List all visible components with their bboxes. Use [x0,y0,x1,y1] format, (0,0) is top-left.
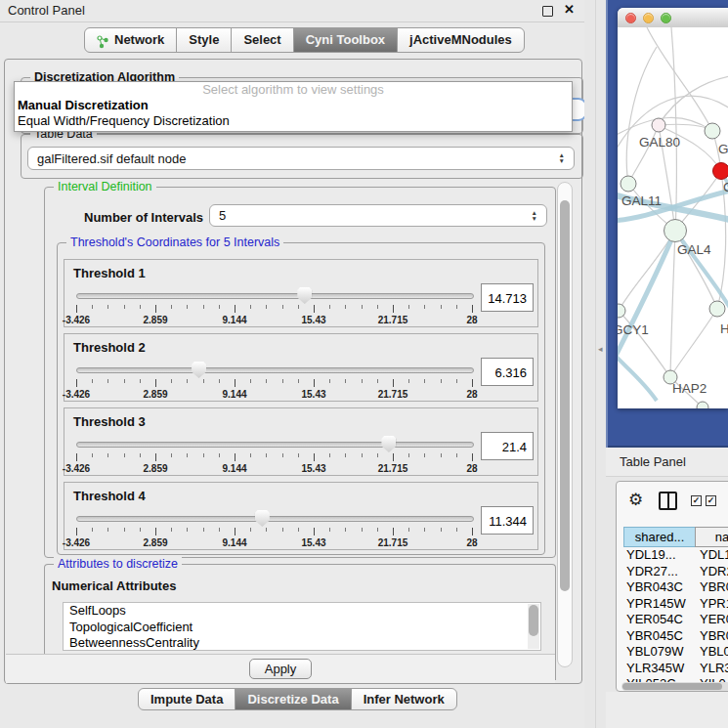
gear-icon[interactable]: ⚙ [628,490,643,510]
network-icon [97,33,109,47]
threshold-value-field[interactable]: 11.344 [481,506,534,535]
table-panel-title: Table Panel [620,454,686,469]
scrollbar-thumb[interactable] [622,683,722,690]
network-canvas[interactable]: GAL80GAGAL11CGAL4GCY1HHAP2 [618,27,728,408]
slider-thumb-icon[interactable] [255,510,270,527]
tab-discretize-data[interactable]: Discretize Data [235,688,351,710]
minimize-window-button[interactable] [643,13,654,23]
network-node[interactable] [713,163,728,180]
node-label: C [723,180,728,194]
network-node[interactable] [621,176,636,192]
table-row[interactable]: YPR145WYPR1 [623,596,728,613]
threshold-slider[interactable]: -3.4262.8599.14415.4321.71528 [76,510,472,547]
table-row[interactable]: YDL19...YDL1 [623,547,728,564]
tab-impute-data[interactable]: Impute Data [138,688,236,710]
table-row[interactable]: YDR27...YDR2 [623,564,728,580]
tab-cyni-toolbox[interactable]: Cyni Toolbox [293,27,398,53]
slider-tick-labels: -3.4262.8599.14415.4321.71528 [76,537,472,548]
node-label: HAP2 [672,381,707,396]
list-item[interactable]: BetweennessCentrality [64,635,540,651]
panel-title: Control Panel [8,3,85,18]
threshold-slider[interactable]: -3.4262.8599.14415.4321.71528 [76,362,472,399]
threshold-slider[interactable]: -3.4262.8599.14415.4321.71528 [76,287,472,324]
vertical-scrollbar[interactable] [557,182,573,667]
checkbox-icon[interactable]: ✓ [706,495,716,506]
table-row[interactable]: YER054CYER0 [623,612,728,628]
threshold-panel: Threshold 1 -3.4262.8599.14415.4321.7152… [64,259,538,327]
zoom-window-button[interactable] [661,13,671,23]
horizontal-scrollbar[interactable] [621,682,728,691]
top-tab-bar: Network Style Select Cyni Toolbox jActiv… [84,27,525,53]
slider-thumb-icon[interactable] [192,362,206,378]
threshold-label: Threshold 4 [73,489,146,503]
checkbox-icon[interactable]: ✓ [691,495,702,506]
slider-tick-labels: -3.4262.8599.14415.4321.71528 [76,389,472,400]
slider-track[interactable] [76,516,474,522]
dropdown-option-equal-width[interactable]: Equal Width/Frequency Discretization [15,113,572,129]
slider-track[interactable] [76,442,474,448]
table-toolbar: ⚙ ✓ ✓ [617,482,728,523]
group-title: Attributes to discretize [54,557,182,571]
threshold-coordinates-group: Threshold's Coordinates for 5 Intervals … [57,242,545,555]
slider-track[interactable] [76,367,474,373]
application-window: Control Panel ✕ Network Style Select [0,0,728,728]
list-item[interactable]: SelfLoops [64,603,540,620]
network-node[interactable] [664,220,687,242]
list-item[interactable]: TopologicalCoefficient [64,620,540,636]
group-title: Interval Definition [54,180,156,193]
tab-jactivemnodules[interactable]: jActiveMNodules [397,27,525,53]
table-panel-header: Table Panel [606,448,728,477]
tab-infer-network[interactable]: Infer Network [351,688,457,710]
network-node[interactable] [697,402,708,408]
threshold-value-field[interactable]: 6.316 [481,358,534,386]
slider-thumb-icon[interactable] [297,287,312,304]
column-header-name[interactable]: name [695,527,728,547]
table-row[interactable]: YBR043CYBR0 [623,579,728,596]
list-scrollbar[interactable] [528,604,539,649]
table-row[interactable]: YBL079WYBL0 [623,644,728,661]
tab-select[interactable]: Select [231,27,293,53]
threshold-label: Threshold 2 [73,340,146,355]
node-label: GA [718,142,728,156]
splitter-divider[interactable] [595,0,596,728]
threshold-label: Threshold 1 [73,266,146,280]
close-window-button[interactable] [625,13,636,23]
slider-thumb-icon[interactable] [381,436,396,452]
table-data-combobox[interactable]: galFiltered.sif default node ▲▼ [27,147,575,170]
numerical-attributes-list[interactable]: SelfLoops TopologicalCoefficient Between… [63,602,541,651]
tab-style[interactable]: Style [176,27,232,53]
apply-bar: Apply [6,654,555,683]
apply-button[interactable]: Apply [249,659,312,679]
network-node[interactable] [652,118,665,132]
control-panel-titlebar: Control Panel ✕ [0,0,584,22]
table-row[interactable]: YBR045CYBR0 [623,628,728,645]
splitter-handle-icon[interactable]: ◂ [598,344,603,354]
column-header-shared[interactable]: shared... [623,527,696,547]
table-header-row: shared... name [623,527,728,547]
algorithm-dropdown-popup: Select algorithm to view settings Manual… [14,81,573,132]
threshold-slider[interactable]: -3.4262.8599.14415.4321.71528 [76,436,472,473]
chevron-updown-icon: ▲▼ [559,152,565,163]
number-of-intervals-combobox[interactable]: 5 ▲▼ [209,204,547,227]
float-window-icon[interactable] [542,6,553,17]
table-row[interactable]: YLR345WYLR3 [623,661,728,677]
network-node[interactable] [705,123,720,139]
slider-track[interactable] [76,293,474,299]
columns-icon[interactable] [659,492,677,510]
tab-network[interactable]: Network [84,27,177,53]
slider-tick-labels: -3.4262.8599.14415.4321.71528 [76,463,472,474]
network-node[interactable] [618,304,625,318]
chevron-updown-icon: ▲▼ [532,210,537,221]
bottom-tab-bar: Impute Data Discretize Data Infer Networ… [138,688,457,710]
node-label: H [720,321,728,336]
node-label: GAL11 [621,193,662,208]
network-window: GAL80GAGAL11CGAL4GCY1HHAP2 [606,0,728,448]
slider-ticks [76,528,472,536]
scrollbar-thumb[interactable] [560,200,570,591]
dropdown-option-manual[interactable]: Manual Discretization [15,98,572,113]
close-icon[interactable]: ✕ [564,2,575,17]
cyni-toolbox-content: Discretization Algorithm Select algorith… [4,59,582,684]
threshold-value-field[interactable]: 14.713 [481,283,534,312]
network-node[interactable] [709,301,725,317]
threshold-value-field[interactable]: 21.4 [481,432,534,460]
